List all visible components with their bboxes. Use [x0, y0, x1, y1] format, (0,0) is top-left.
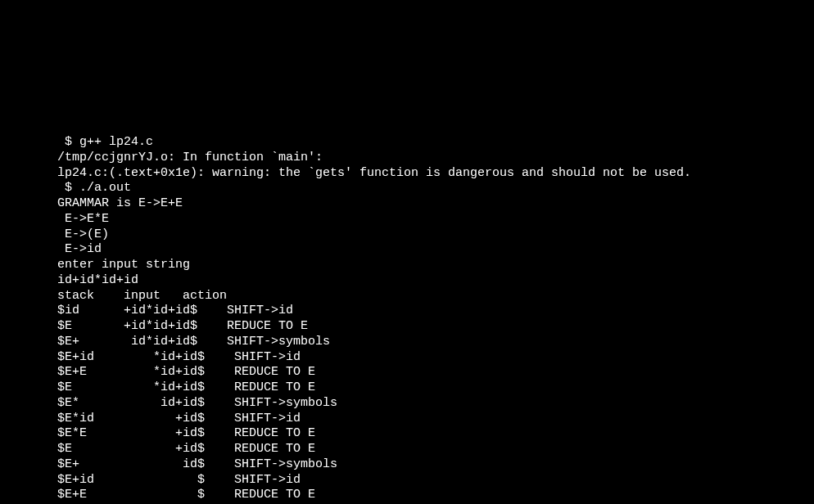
- terminal-line: $E +id$ REDUCE TO E: [57, 442, 814, 457]
- terminal-line: $id +id*id+id$ SHIFT->id: [57, 304, 814, 319]
- terminal-line: id+id*id+id: [57, 273, 814, 289]
- terminal-line: E->id: [57, 242, 814, 258]
- terminal-line: $E+E $ REDUCE TO E: [57, 488, 814, 503]
- terminal-line: E->E*E: [57, 212, 814, 227]
- terminal-line: $E*E +id$ REDUCE TO E: [57, 426, 814, 442]
- terminal-line: $ g++ lp24.c: [57, 135, 814, 151]
- terminal-line: E->(E): [57, 227, 814, 243]
- terminal-line: $E+ id$ SHIFT->symbols: [57, 457, 814, 473]
- terminal-line: $E+id *id+id$ SHIFT->id: [57, 350, 814, 366]
- terminal-line: stack input action: [57, 289, 814, 304]
- terminal-line: $E* id+id$ SHIFT->symbols: [57, 396, 814, 412]
- terminal-line: $E+id $ SHIFT->id: [57, 473, 814, 488]
- terminal-line: $ ./a.out: [57, 181, 814, 196]
- terminal-line: $E+E *id+id$ REDUCE TO E: [57, 365, 814, 380]
- terminal-output[interactable]: $ g++ lp24.c/tmp/ccjgnrYJ.o: In function…: [57, 135, 814, 504]
- terminal-line: lp24.c:(.text+0x1e): warning: the `gets'…: [57, 166, 814, 182]
- terminal-line: $E*id +id$ SHIFT->id: [57, 412, 814, 427]
- terminal-line: /tmp/ccjgnrYJ.o: In function `main':: [57, 151, 814, 166]
- terminal-line: $E+ id*id+id$ SHIFT->symbols: [57, 335, 814, 350]
- terminal-line: $E *id+id$ REDUCE TO E: [57, 380, 814, 396]
- terminal-line: $E +id*id+id$ REDUCE TO E: [57, 319, 814, 335]
- terminal-line: GRAMMAR is E->E+E: [57, 196, 814, 212]
- terminal-line: enter input string: [57, 258, 814, 273]
